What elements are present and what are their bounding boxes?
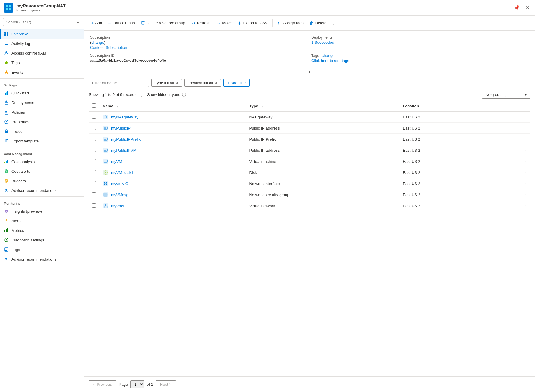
resource-name-link[interactable]: myvmNIC bbox=[111, 181, 128, 186]
sidebar-item-tags[interactable]: Tags bbox=[0, 58, 84, 67]
name-column-header[interactable]: Name ↑↓ bbox=[100, 101, 246, 111]
toolbar-separator bbox=[272, 19, 273, 27]
collapse-arrow[interactable]: ▲ bbox=[84, 68, 535, 75]
filter-type-chip: Type == all ✕ bbox=[151, 79, 182, 87]
type-column-header[interactable]: Type ↑↓ bbox=[246, 101, 400, 111]
sidebar-item-events[interactable]: Events bbox=[0, 67, 84, 77]
refresh-button[interactable]: Refresh bbox=[189, 19, 213, 27]
assign-tags-button[interactable]: 🏷 Assign tags bbox=[275, 19, 306, 27]
row-more-actions[interactable]: ··· bbox=[521, 159, 527, 164]
edit-columns-button[interactable]: ≡ Edit columns bbox=[106, 19, 137, 28]
sidebar-item-cost-alerts[interactable]: $ Cost alerts bbox=[0, 166, 84, 176]
resource-name-link[interactable]: myPublicIPPrefix bbox=[111, 137, 141, 142]
select-all-column bbox=[89, 101, 100, 111]
row-more-actions[interactable]: ··· bbox=[521, 114, 527, 119]
resource-type-icon bbox=[103, 158, 109, 164]
select-all-checkbox[interactable] bbox=[92, 103, 96, 108]
grouping-select[interactable]: No grouping ▾ bbox=[482, 91, 530, 99]
sidebar-item-activity-log[interactable]: Activity log bbox=[0, 39, 84, 48]
sidebar-item-overview[interactable]: Overview bbox=[0, 29, 84, 39]
row-more-actions[interactable]: ··· bbox=[521, 170, 527, 175]
add-button[interactable]: + Add bbox=[89, 19, 104, 27]
sidebar-item-cost-analysis[interactable]: Cost analysis bbox=[0, 157, 84, 166]
row-more-actions[interactable]: ··· bbox=[521, 136, 527, 142]
more-button[interactable]: ... bbox=[330, 19, 340, 28]
tags-add-link[interactable]: Click here to add tags bbox=[311, 58, 529, 63]
sidebar-item-budgets[interactable]: $ Budgets bbox=[0, 176, 84, 186]
row-checkbox[interactable] bbox=[92, 148, 96, 152]
search-input[interactable] bbox=[3, 18, 74, 26]
resource-name-link[interactable]: myPublicIP bbox=[111, 126, 131, 130]
delete-resource-group-button[interactable]: Delete resource group bbox=[138, 19, 188, 27]
sidebar-item-advisor-rec2[interactable]: Advisor recommendations bbox=[0, 254, 84, 264]
subscription-name-link[interactable]: Contoso Subscription bbox=[90, 45, 308, 50]
tags-change-link[interactable]: change bbox=[322, 53, 335, 58]
resource-name-link[interactable]: myVnet bbox=[111, 204, 124, 208]
next-button[interactable]: Next > bbox=[156, 380, 176, 388]
resource-name-link[interactable]: myPublicIPVM bbox=[111, 148, 137, 153]
sidebar-collapse-button[interactable]: « bbox=[76, 19, 81, 26]
sidebar-item-quickstart[interactable]: Quickstart bbox=[0, 88, 84, 98]
resource-name-link[interactable]: myVMnsg bbox=[111, 193, 128, 197]
sidebar-item-export-template[interactable]: Export template bbox=[0, 136, 84, 146]
resource-name-link[interactable]: myNATgateway bbox=[111, 115, 138, 119]
row-checkbox[interactable] bbox=[92, 159, 96, 163]
row-checkbox[interactable] bbox=[92, 203, 96, 208]
deployments-value-link[interactable]: 1 Succeeded bbox=[311, 40, 529, 45]
svg-rect-25 bbox=[6, 161, 7, 163]
close-button[interactable]: ✕ bbox=[524, 4, 531, 12]
sidebar-item-metrics[interactable]: Metrics bbox=[0, 226, 84, 235]
access-control-icon bbox=[4, 50, 9, 56]
show-hidden-types-checkbox[interactable] bbox=[141, 93, 145, 97]
sidebar-item-insights[interactable]: Insights (preview) bbox=[0, 206, 84, 216]
row-checkbox[interactable] bbox=[92, 126, 96, 130]
row-actions-cell: ··· bbox=[491, 178, 530, 189]
row-more-actions[interactable]: ··· bbox=[521, 203, 527, 208]
row-checkbox[interactable] bbox=[92, 137, 96, 141]
move-button[interactable]: → Move bbox=[214, 19, 234, 27]
subscription-change-anchor[interactable]: change bbox=[91, 40, 104, 45]
sidebar-item-label-cost-alerts: Cost alerts bbox=[11, 169, 30, 174]
svg-rect-65 bbox=[104, 184, 105, 185]
sidebar-item-access-control[interactable]: Access control (IAM) bbox=[0, 48, 84, 58]
row-checkbox[interactable] bbox=[92, 170, 96, 174]
sidebar-item-label-logs: Logs bbox=[11, 247, 20, 252]
svg-rect-15 bbox=[7, 91, 8, 95]
resource-name-link[interactable]: myVM_disk1 bbox=[111, 170, 133, 175]
row-checkbox[interactable] bbox=[92, 181, 96, 185]
sidebar-item-advisor-rec1[interactable]: Advisor recommendations bbox=[0, 186, 84, 195]
sidebar-item-policies[interactable]: Policies bbox=[0, 107, 84, 117]
resource-name-link[interactable]: myVM bbox=[111, 159, 122, 164]
svg-rect-1 bbox=[9, 5, 11, 7]
delete-button[interactable]: 🗑 Delete bbox=[307, 19, 329, 27]
export-csv-button[interactable]: ⬇ Export to CSV bbox=[235, 19, 270, 27]
row-more-actions[interactable]: ··· bbox=[521, 192, 527, 197]
add-filter-button[interactable]: + Add filter bbox=[223, 79, 250, 87]
row-more-actions[interactable]: ··· bbox=[521, 148, 527, 153]
sidebar-item-label-alerts: Alerts bbox=[11, 219, 21, 223]
location-column-header[interactable]: Location ↑↓ bbox=[400, 101, 491, 111]
row-more-actions[interactable]: ··· bbox=[521, 181, 527, 186]
sidebar-item-locks[interactable]: Locks bbox=[0, 127, 84, 136]
svg-rect-62 bbox=[104, 183, 107, 184]
page-select[interactable]: 1 bbox=[130, 380, 144, 388]
row-checkbox[interactable] bbox=[92, 192, 96, 196]
hidden-types-control: Show hidden types ⓘ bbox=[141, 92, 186, 97]
sidebar-item-properties[interactable]: Properties bbox=[0, 117, 84, 127]
location-sort-icon: ↑↓ bbox=[421, 105, 424, 108]
previous-button[interactable]: < Previous bbox=[89, 380, 116, 388]
filter-location-remove[interactable]: ✕ bbox=[215, 81, 218, 85]
sidebar-item-diagnostic-settings[interactable]: Diagnostic settings bbox=[0, 235, 84, 245]
row-checkbox[interactable] bbox=[92, 115, 96, 119]
row-more-actions[interactable]: ··· bbox=[521, 125, 527, 130]
svg-rect-63 bbox=[104, 182, 105, 183]
sidebar-item-deployments[interactable]: Deployments bbox=[0, 98, 84, 107]
sidebar-item-alerts[interactable]: Alerts bbox=[0, 216, 84, 226]
resources-area: Type == all ✕ Location == all ✕ + Add fi… bbox=[84, 75, 535, 392]
row-actions-cell: ··· bbox=[491, 123, 530, 134]
filter-type-remove[interactable]: ✕ bbox=[176, 81, 179, 85]
svg-rect-19 bbox=[5, 112, 7, 113]
pin-button[interactable]: 📌 bbox=[512, 4, 521, 12]
filter-name-input[interactable] bbox=[89, 79, 149, 87]
sidebar-item-logs[interactable]: Logs bbox=[0, 245, 84, 254]
